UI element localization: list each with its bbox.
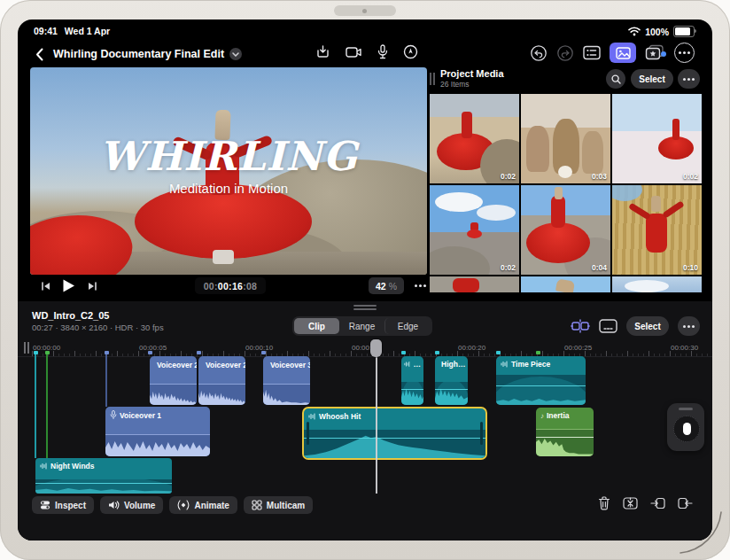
tool-label: Inspect <box>55 501 86 510</box>
ruler-label: 00:00:30 <box>671 344 698 352</box>
volume-button[interactable]: Volume <box>100 496 163 514</box>
timeline-project-specs: 00:27 · 3840 × 2160 · HDR · 30 fps <box>32 323 164 332</box>
delete-icon[interactable] <box>598 496 610 510</box>
battery-percent: 100% <box>645 27 669 37</box>
clip-label: Voiceover 2 <box>157 361 197 369</box>
viewer[interactable]: WHIRLING Meditation in Motion <box>30 67 427 275</box>
clip-marker <box>197 351 201 354</box>
clip-marker <box>401 351 406 354</box>
import-icon[interactable] <box>315 44 330 59</box>
more-button[interactable] <box>674 43 695 63</box>
animate-button[interactable]: Animate <box>169 496 237 514</box>
inspect-button[interactable]: Inspect <box>32 496 94 514</box>
status-right: 100% <box>628 26 695 37</box>
overlay-clips-icon[interactable] <box>599 319 617 333</box>
record-camera-icon[interactable] <box>346 46 362 58</box>
skip-forward-button[interactable] <box>87 281 97 292</box>
battery-icon <box>673 26 695 37</box>
speaker-icon <box>108 500 120 510</box>
dancer-trousers <box>213 250 234 264</box>
clip-label: Inertia <box>547 411 570 420</box>
connection-line <box>35 354 36 458</box>
media-select-label: Select <box>639 74 664 84</box>
timeline-select-label: Select <box>634 322 660 331</box>
mode-clip[interactable]: Clip <box>294 318 339 334</box>
media-search-button[interactable] <box>606 69 625 89</box>
media-panel-count: 26 Items <box>440 80 504 89</box>
clip-time-piece[interactable]: Time Piece <box>496 356 586 405</box>
thumb-figure <box>672 119 680 140</box>
thumb-duration: 0:02 <box>501 172 516 181</box>
thumb-figure <box>526 222 590 263</box>
thumb-hat <box>555 187 563 199</box>
date: Wed 1 Apr <box>65 26 110 36</box>
multicam-button[interactable]: Multicam <box>244 496 313 514</box>
playhead-line[interactable] <box>376 354 377 494</box>
media-thumb[interactable] <box>612 276 702 292</box>
browser-toggle-icon[interactable] <box>583 45 601 60</box>
media-thumb[interactable]: 0:10 <box>612 185 702 275</box>
waveform-icon <box>404 361 411 368</box>
clip-label: … <box>414 360 422 369</box>
microphone-icon[interactable] <box>377 44 388 59</box>
viewer-more-button[interactable] <box>415 284 417 287</box>
media-thumb[interactable] <box>430 276 519 292</box>
timeline-select-button[interactable]: Select <box>626 316 669 336</box>
media-thumb[interactable]: 0:02 <box>430 185 519 275</box>
zoom-level[interactable]: 42% <box>369 277 404 294</box>
media-thumb[interactable]: 0:02 <box>612 94 702 183</box>
back-button[interactable] <box>35 48 43 61</box>
jog-dial[interactable] <box>673 416 700 442</box>
panel-drag-handle[interactable] <box>430 73 431 85</box>
play-button[interactable] <box>62 278 75 293</box>
clip-voiceover-1[interactable]: Voiceover 1 <box>105 407 210 456</box>
media-thumb[interactable]: 0:03 <box>521 94 610 183</box>
thumb-duration: 0:02 <box>683 172 698 181</box>
insert-clip-icon[interactable] <box>650 496 665 510</box>
skip-back-button[interactable] <box>41 281 51 292</box>
media-panel-title: Project Media <box>440 68 504 79</box>
viewer-display-button[interactable] <box>610 43 636 63</box>
mode-edge[interactable]: Edge <box>384 318 431 334</box>
thumb-rock <box>526 126 549 172</box>
media-more-button[interactable] <box>678 69 700 89</box>
jog-wheel[interactable] <box>667 403 704 451</box>
clip-voiceover-3[interactable]: Voiceover 3 <box>263 356 310 405</box>
ruler-label: 00:00:25 <box>564 344 592 352</box>
clip-whoosh-hit-selected[interactable]: Whoosh Hit <box>302 407 487 460</box>
timeline-more-button[interactable] <box>678 316 700 336</box>
redo-icon[interactable] <box>556 44 574 62</box>
playhead-head[interactable] <box>370 339 382 357</box>
thumb-duration: 0:10 <box>683 263 698 272</box>
clip-high[interactable]: High… <box>435 356 468 405</box>
undo-icon[interactable] <box>530 44 548 62</box>
mode-range[interactable]: Range <box>339 318 384 334</box>
media-thumb[interactable]: 0:04 <box>521 185 610 275</box>
timeline-drag-handle[interactable] <box>353 305 377 307</box>
clip-voiceover-2[interactable]: Voiceover 2 <box>150 356 197 405</box>
live-drawing-icon[interactable] <box>403 44 418 59</box>
clip-marker <box>536 351 540 354</box>
clip-night-winds[interactable]: Night Winds <box>35 458 172 494</box>
media-select-button[interactable]: Select <box>631 69 673 89</box>
music-note-icon: ♪ <box>540 412 544 420</box>
clip-voiceover-2b[interactable]: Voiceover 2 <box>198 356 245 405</box>
title-menu-chevron-icon[interactable] <box>229 48 242 60</box>
clip-label: Time Piece <box>511 360 550 369</box>
connection-line <box>105 354 107 407</box>
clip-mini-audio[interactable]: … <box>401 356 423 405</box>
clip-inertia[interactable]: ♪Inertia <box>536 408 594 456</box>
timeline-scroll-handle[interactable] <box>27 342 29 354</box>
thumb-figure <box>462 112 472 138</box>
thumb-rock <box>582 131 603 174</box>
thumb-figure <box>453 278 479 292</box>
media-thumb[interactable] <box>521 276 610 292</box>
thumb-cloud <box>625 280 669 292</box>
blade-split-icon[interactable] <box>623 496 638 510</box>
magnetic-timeline-icon[interactable] <box>571 319 590 333</box>
trim-handle-right[interactable] <box>480 422 483 445</box>
append-clip-icon[interactable] <box>678 496 693 510</box>
trim-handle-left[interactable] <box>307 422 309 445</box>
media-thumb[interactable]: 0:02 <box>430 94 519 183</box>
timecode[interactable]: 00:00:16:08 <box>195 277 266 294</box>
